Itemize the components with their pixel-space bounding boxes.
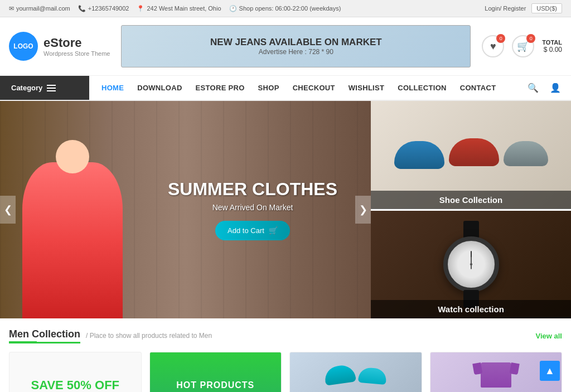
slider-prev-button[interactable]: ❮ bbox=[0, 196, 16, 224]
clock-icon: 🕐 bbox=[229, 5, 237, 12]
header-icons: ♥ 0 🛒 0 TOTAL $ 0.00 bbox=[482, 35, 562, 57]
banner-title: NEW JEANS AVAILABLE ON MARKET bbox=[210, 37, 382, 48]
map-icon: 📍 bbox=[137, 5, 144, 12]
hero-cta-label: Add to Cart bbox=[228, 226, 264, 235]
watch-collection-item[interactable]: Watch collection bbox=[371, 211, 571, 319]
save-percentage: SAVE 50% OFF bbox=[31, 378, 119, 392]
hero-cta-button[interactable]: Add to Cart 🛒 bbox=[215, 221, 290, 240]
category-button[interactable]: Category bbox=[0, 76, 89, 100]
nav-checkout[interactable]: CHECKOUT bbox=[286, 76, 342, 100]
hero-text: SUMMER CLOTHES New Arrived On Market Add… bbox=[168, 179, 337, 240]
cart-icon: 🛒 bbox=[517, 40, 529, 52]
top-bar: ✉ yourmail@mail.com 📞 +12365749002 📍 242… bbox=[0, 0, 571, 17]
watch-collection-label: Watch collection bbox=[371, 300, 571, 318]
cart-icon-btn: 🛒 bbox=[269, 226, 278, 235]
banner-subtitle: Advertise Here : 728 * 90 bbox=[259, 48, 333, 56]
login-register-link[interactable]: Login/ Register bbox=[485, 5, 526, 12]
cart-button[interactable]: 🛒 0 bbox=[512, 35, 534, 57]
phone-icon: 📞 bbox=[78, 5, 86, 12]
user-button[interactable]: 👤 bbox=[545, 78, 565, 98]
shoe-collection-item[interactable]: Shoe Collection bbox=[371, 101, 571, 211]
phone-info: 📞 +12365749002 bbox=[78, 5, 129, 12]
header-banner[interactable]: NEW JEANS AVAILABLE ON MARKET Advertise … bbox=[121, 25, 471, 67]
shoe-product-card: Shoe For Men Price: $ 50.00 🛒 ♥ bbox=[289, 352, 422, 392]
hamburger-icon bbox=[47, 85, 56, 91]
logo-area: LOGO eStore Wordpress Store Theme bbox=[9, 32, 110, 61]
nav-contact[interactable]: CONTACT bbox=[453, 76, 503, 100]
nav-links: HOME DOWNLOAD ESTORE PRO SHOP CHECKOUT W… bbox=[89, 76, 508, 100]
shoe-collection-label: Shoe Collection bbox=[371, 191, 571, 209]
slider-next-button[interactable]: ❯ bbox=[355, 196, 371, 224]
section-title-area: Men Collection / Place to show all produ… bbox=[9, 328, 212, 343]
section-title-wrapper: Men Collection bbox=[9, 328, 80, 343]
hero-subtitle: New Arrived On Market bbox=[168, 203, 337, 212]
hot-products-card: HOT PRODUCTS bbox=[149, 352, 282, 392]
search-button[interactable]: 🔍 bbox=[523, 78, 543, 98]
nav-wishlist[interactable]: WISHLIST bbox=[342, 76, 391, 100]
category-label: Category bbox=[11, 84, 42, 92]
nav-collection[interactable]: COLLECTION bbox=[391, 76, 453, 100]
address-info: 📍 242 West Main street, Ohio bbox=[137, 5, 221, 12]
shoe-product-image bbox=[290, 352, 422, 392]
site-name: eStore bbox=[43, 36, 110, 50]
nav-home[interactable]: HOME bbox=[95, 76, 130, 100]
nav-bar: Category HOME DOWNLOAD ESTORE PRO SHOP C… bbox=[0, 76, 571, 101]
nav-download[interactable]: DOWNLOAD bbox=[130, 76, 188, 100]
logo-icon[interactable]: LOGO bbox=[9, 32, 38, 61]
products-row: SAVE 50% OFF HOT PRODUCTS Shoe For Men P… bbox=[0, 347, 571, 392]
wishlist-badge: 0 bbox=[496, 34, 505, 43]
main-content: ❮ SUMMER CLOTHES New Arrived On Market A… bbox=[0, 101, 571, 318]
wishlist-button[interactable]: ♥ 0 bbox=[482, 35, 504, 57]
hero-background: SUMMER CLOTHES New Arrived On Market Add… bbox=[0, 101, 371, 318]
top-bar-actions: Login/ Register USD($) bbox=[485, 3, 562, 13]
top-bar-info: ✉ yourmail@mail.com 📞 +12365749002 📍 242… bbox=[9, 5, 341, 12]
cart-badge: 0 bbox=[526, 34, 535, 43]
scroll-top-button[interactable]: ▲ bbox=[540, 361, 560, 381]
watch-visual bbox=[443, 236, 499, 292]
section-title: Men Collection bbox=[9, 328, 80, 343]
nav-estore-pro[interactable]: ESTORE PRO bbox=[189, 76, 251, 100]
view-all-link[interactable]: View all bbox=[536, 332, 562, 340]
site-tagline: Wordpress Store Theme bbox=[43, 50, 110, 57]
hot-label: HOT PRODUCTS bbox=[176, 380, 254, 390]
hero-slider: ❮ SUMMER CLOTHES New Arrived On Market A… bbox=[0, 101, 371, 318]
save-card: SAVE 50% OFF bbox=[9, 352, 142, 392]
cart-total: TOTAL $ 0.00 bbox=[542, 39, 562, 54]
heart-icon: ♥ bbox=[490, 41, 496, 52]
nav-icons: 🔍 👤 bbox=[523, 78, 571, 98]
nav-shop[interactable]: SHOP bbox=[251, 76, 286, 100]
header: LOGO eStore Wordpress Store Theme NEW JE… bbox=[0, 17, 571, 76]
section-subtitle: / Place to show all products related to … bbox=[86, 332, 212, 340]
currency-selector[interactable]: USD($) bbox=[531, 3, 562, 13]
logo-text: eStore Wordpress Store Theme bbox=[43, 36, 110, 57]
email-icon: ✉ bbox=[9, 5, 14, 12]
hours-info: 🕐 Shop opens: 06:00-22:00 (weekdays) bbox=[229, 5, 341, 12]
men-section-heading: Men Collection / Place to show all produ… bbox=[0, 318, 571, 347]
side-collections: Shoe Collection Watch collection bbox=[371, 101, 571, 318]
email-info: ✉ yourmail@mail.com bbox=[9, 5, 70, 12]
total-amount: $ 0.00 bbox=[542, 46, 562, 54]
hero-title: SUMMER CLOTHES bbox=[168, 179, 337, 200]
total-label: TOTAL bbox=[542, 39, 562, 46]
